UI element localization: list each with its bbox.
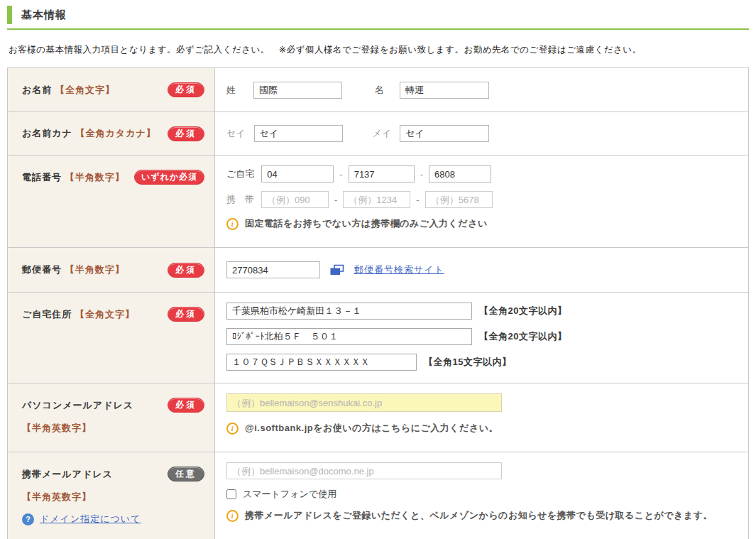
row-mobile-email: 携帯メールアドレス 任意 【半角英数字】 ? ドメイン指定について スマートフォ… [8, 452, 748, 539]
first-name-label: 名 [375, 84, 384, 97]
mobile-email-note: 携帯メールアドレスをご登録いただくと、ベルメゾンからのお知らせを携帯でも受け取る… [245, 509, 713, 522]
pc-email-label: パソコンメールアドレス [22, 399, 133, 412]
row-phone: 電話番号 【半角数字】 いずれか必須 ご自宅 - - 携 帯 - [8, 156, 748, 248]
info-icon: i [226, 218, 239, 230]
first-name-input[interactable] [400, 82, 489, 99]
domain-setting-link[interactable]: ドメイン指定について [40, 513, 141, 526]
mobile-phone-input-3[interactable] [425, 191, 493, 208]
intro-text: お客様の基本情報入力項目となります。必ずご記入ください。 ※必ず個人様名でご登録… [9, 44, 749, 56]
kana-label-cell: お名前カナ 【全角カタカナ】 必須 [8, 112, 215, 155]
pc-email-input[interactable] [226, 393, 502, 412]
postal-search-link[interactable]: 郵便番号検索サイト [354, 263, 444, 276]
row-kana: お名前カナ 【全角カタカナ】 必須 セイ メイ [8, 112, 748, 156]
pc-email-format: 【半角英数字】 [22, 422, 204, 435]
home-phone-input-2[interactable] [349, 165, 415, 183]
phone-separator: - [334, 195, 337, 205]
phone-content-cell: ご自宅 - - 携 帯 - - i 固定電話をお持ちでな [215, 156, 748, 247]
name-label-cell: お名前 【全角文字】 必須 [8, 68, 215, 111]
phone-separator: - [420, 169, 423, 180]
smartphone-checkbox-label: スマートフォンで使用 [243, 488, 336, 501]
kana-label: お名前カナ 【全角カタカナ】 [22, 127, 156, 140]
address-line3-input[interactable] [226, 354, 417, 371]
postal-label-cell: 郵便番号 【半角数字】 必須 [8, 248, 215, 292]
pc-email-note-line: i @i.softbank.jpをお使いの方はこちらにご入力ください。 [226, 422, 737, 435]
mobile-email-format: 【半角英数字】 [22, 491, 204, 503]
address-line1-note: 【全角20文字以内】 [479, 305, 566, 317]
required-badge: 必須 [168, 398, 204, 413]
phone-note-line: i 固定電話をお持ちでない方は携帯欄のみご入力ください [226, 217, 737, 230]
external-window-icon [330, 264, 344, 276]
address-label: ご自宅住所 【全角文字】 [22, 308, 135, 321]
pc-email-label-cell: パソコンメールアドレス 必須 【半角英数字】 [8, 383, 215, 452]
address-line1-input[interactable] [226, 303, 472, 320]
home-phone-input-3[interactable] [429, 165, 491, 183]
required-badge: 必須 [168, 82, 204, 97]
smartphone-checkbox-line: スマートフォンで使用 [226, 488, 737, 501]
mobile-email-label-cell: 携帯メールアドレス 任意 【半角英数字】 ? ドメイン指定について [8, 452, 215, 539]
info-icon: i [226, 423, 239, 435]
mobile-email-content-cell: スマートフォンで使用 i 携帯メールアドレスをご登録いただくと、ベルメゾンからの… [215, 452, 748, 539]
phone-label: 電話番号 【半角数字】 [22, 171, 125, 184]
address-label-cell: ご自宅住所 【全角文字】 必須 [8, 293, 215, 383]
kana-last-label: セイ [226, 127, 246, 140]
required-badge: 必須 [168, 126, 204, 141]
name-content-cell: 姓 名 [215, 68, 748, 111]
address-line2-note: 【全角20文字以内】 [479, 330, 566, 343]
optional-badge: 任意 [168, 467, 204, 481]
row-postal: 郵便番号 【半角数字】 必須 郵便番号検索サイト [8, 248, 748, 293]
kana-last-input[interactable] [254, 125, 343, 142]
last-name-label: 姓 [226, 84, 236, 97]
address-line2-input[interactable] [226, 328, 472, 345]
question-icon: ? [22, 513, 34, 526]
mobile-email-label: 携帯メールアドレス [22, 468, 113, 481]
phone-note: 固定電話をお持ちでない方は携帯欄のみご入力ください [245, 217, 488, 230]
mobile-phone-label: 携 帯 [226, 193, 254, 206]
row-name: お名前 【全角文字】 必須 姓 名 [8, 68, 748, 112]
page-title: 基本情報 [21, 9, 67, 22]
name-label: お名前 【全角文字】 [22, 84, 115, 97]
address-line3-note: 【全角15文字以内】 [424, 356, 511, 369]
kana-content-cell: セイ メイ [215, 112, 748, 155]
address-content-cell: 【全角20文字以内】 【全角20文字以内】 【全角15文字以内】 [215, 293, 748, 383]
kana-first-label: メイ [373, 127, 392, 140]
pc-email-note: @i.softbank.jpをお使いの方はこちらにご入力ください。 [245, 422, 498, 435]
last-name-input[interactable] [253, 82, 342, 99]
mobile-email-note-line: i 携帯メールアドレスをご登録いただくと、ベルメゾンからのお知らせを携帯でも受け… [226, 509, 737, 522]
kana-first-input[interactable] [400, 125, 489, 142]
mobile-phone-input-2[interactable] [343, 191, 410, 208]
accent-bar [7, 6, 12, 24]
row-pc-email: パソコンメールアドレス 必須 【半角英数字】 i @i.softbank.jpを… [8, 383, 748, 452]
mobile-phone-input-1[interactable] [261, 191, 329, 208]
section-header: 基本情報 [7, 6, 749, 30]
phone-separator: - [416, 195, 419, 205]
either-required-badge: いずれか必須 [134, 170, 204, 185]
required-badge: 必須 [168, 263, 204, 278]
required-badge: 必須 [168, 307, 204, 322]
home-phone-label: ご自宅 [226, 168, 254, 180]
postal-label: 郵便番号 【半角数字】 [22, 263, 125, 276]
phone-separator: - [339, 169, 342, 180]
pc-email-content-cell: i @i.softbank.jpをお使いの方はこちらにご入力ください。 [215, 383, 748, 452]
postal-content-cell: 郵便番号検索サイト [215, 248, 748, 292]
phone-label-cell: 電話番号 【半角数字】 いずれか必須 [8, 156, 215, 247]
smartphone-checkbox[interactable] [226, 489, 236, 499]
basic-info-form-page: 基本情報 お客様の基本情報入力項目となります。必ずご記入ください。 ※必ず個人様… [0, 0, 756, 539]
info-icon: i [226, 510, 239, 522]
row-address: ご自宅住所 【全角文字】 必須 【全角20文字以内】 【全角20文字以内】 【全… [8, 293, 748, 383]
mobile-email-input[interactable] [226, 462, 502, 479]
basic-info-table: お名前 【全角文字】 必須 姓 名 お名前カナ 【全角カタカナ】 必須 [7, 67, 749, 539]
home-phone-input-1[interactable] [261, 165, 334, 183]
postal-code-input[interactable] [226, 261, 320, 278]
